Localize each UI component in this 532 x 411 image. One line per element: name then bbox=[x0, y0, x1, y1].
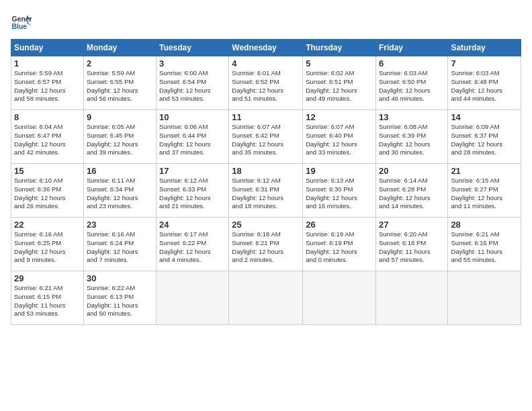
calendar-day-cell: 20Sunrise: 6:14 AMSunset: 6:28 PMDayligh… bbox=[375, 164, 447, 218]
calendar-day-cell: 13Sunrise: 6:08 AMSunset: 6:39 PMDayligh… bbox=[375, 110, 447, 164]
weekday-header: Saturday bbox=[448, 40, 521, 56]
calendar-day-cell: 17Sunrise: 6:12 AMSunset: 6:33 PMDayligh… bbox=[157, 164, 229, 218]
calendar-day-cell: 2Sunrise: 5:59 AMSunset: 6:55 PMDaylight… bbox=[83, 56, 156, 110]
day-number: 13 bbox=[379, 112, 445, 122]
calendar-day-cell: 3Sunrise: 6:00 AMSunset: 6:54 PMDaylight… bbox=[157, 56, 229, 110]
calendar-day-cell: 24Sunrise: 6:17 AMSunset: 6:22 PMDayligh… bbox=[157, 218, 229, 271]
calendar-day-cell: 19Sunrise: 6:13 AMSunset: 6:30 PMDayligh… bbox=[303, 164, 376, 218]
day-info: Sunrise: 6:19 AMSunset: 6:19 PMDaylight:… bbox=[306, 230, 373, 265]
calendar-day-cell: 9Sunrise: 6:05 AMSunset: 6:45 PMDaylight… bbox=[83, 110, 156, 164]
calendar-day-cell: 27Sunrise: 6:20 AMSunset: 6:18 PMDayligh… bbox=[375, 218, 447, 271]
day-info: Sunrise: 6:03 AMSunset: 6:50 PMDaylight:… bbox=[379, 69, 445, 103]
day-number: 1 bbox=[14, 58, 81, 68]
day-info: Sunrise: 6:13 AMSunset: 6:30 PMDaylight:… bbox=[306, 177, 373, 211]
day-number: 29 bbox=[14, 273, 81, 283]
day-number: 28 bbox=[451, 220, 518, 230]
day-info: Sunrise: 6:11 AMSunset: 6:34 PMDaylight:… bbox=[87, 177, 153, 211]
day-info: Sunrise: 6:02 AMSunset: 6:51 PMDaylight:… bbox=[306, 69, 373, 103]
day-number: 3 bbox=[159, 58, 226, 68]
day-info: Sunrise: 6:12 AMSunset: 6:33 PMDaylight:… bbox=[159, 177, 226, 211]
calendar-week-row: 29Sunrise: 6:21 AMSunset: 6:15 PMDayligh… bbox=[11, 271, 521, 325]
calendar-day-cell: 15Sunrise: 6:10 AMSunset: 6:36 PMDayligh… bbox=[11, 164, 84, 218]
day-number: 25 bbox=[232, 220, 300, 230]
day-info: Sunrise: 6:16 AMSunset: 6:24 PMDaylight:… bbox=[87, 230, 153, 265]
weekday-header: Sunday bbox=[11, 40, 84, 56]
calendar-day-cell bbox=[448, 271, 521, 325]
day-number: 23 bbox=[87, 220, 153, 230]
calendar-day-cell: 8Sunrise: 6:04 AMSunset: 6:47 PMDaylight… bbox=[11, 110, 84, 164]
calendar-week-row: 22Sunrise: 6:16 AMSunset: 6:25 PMDayligh… bbox=[11, 218, 521, 271]
day-info: Sunrise: 6:06 AMSunset: 6:44 PMDaylight:… bbox=[159, 123, 226, 157]
weekday-header: Monday bbox=[83, 40, 156, 56]
day-info: Sunrise: 6:21 AMSunset: 6:16 PMDaylight:… bbox=[451, 230, 518, 265]
logo: General Blue bbox=[11, 11, 32, 32]
day-info: Sunrise: 6:09 AMSunset: 6:37 PMDaylight:… bbox=[451, 123, 518, 157]
calendar-day-cell: 4Sunrise: 6:01 AMSunset: 6:52 PMDaylight… bbox=[229, 56, 303, 110]
weekday-header: Friday bbox=[375, 40, 447, 56]
day-info: Sunrise: 6:08 AMSunset: 6:39 PMDaylight:… bbox=[379, 123, 445, 157]
calendar-day-cell: 29Sunrise: 6:21 AMSunset: 6:15 PMDayligh… bbox=[11, 271, 84, 325]
svg-text:Blue: Blue bbox=[12, 23, 28, 30]
day-info: Sunrise: 6:00 AMSunset: 6:54 PMDaylight:… bbox=[159, 69, 226, 103]
calendar-header-row: SundayMondayTuesdayWednesdayThursdayFrid… bbox=[11, 40, 521, 56]
day-info: Sunrise: 6:04 AMSunset: 6:47 PMDaylight:… bbox=[14, 123, 81, 157]
day-number: 19 bbox=[306, 166, 373, 176]
calendar-week-row: 15Sunrise: 6:10 AMSunset: 6:36 PMDayligh… bbox=[11, 164, 521, 218]
day-info: Sunrise: 5:59 AMSunset: 6:57 PMDaylight:… bbox=[14, 69, 81, 103]
day-number: 14 bbox=[451, 112, 518, 122]
day-number: 10 bbox=[159, 112, 226, 122]
day-number: 11 bbox=[232, 112, 300, 122]
day-info: Sunrise: 6:07 AMSunset: 6:40 PMDaylight:… bbox=[306, 123, 373, 157]
calendar-day-cell: 18Sunrise: 6:12 AMSunset: 6:31 PMDayligh… bbox=[229, 164, 303, 218]
calendar-day-cell: 16Sunrise: 6:11 AMSunset: 6:34 PMDayligh… bbox=[83, 164, 156, 218]
day-info: Sunrise: 6:14 AMSunset: 6:28 PMDaylight:… bbox=[379, 177, 445, 211]
day-info: Sunrise: 6:01 AMSunset: 6:52 PMDaylight:… bbox=[232, 69, 300, 103]
day-info: Sunrise: 6:16 AMSunset: 6:25 PMDaylight:… bbox=[14, 230, 81, 265]
day-info: Sunrise: 6:22 AMSunset: 6:13 PMDaylight:… bbox=[87, 284, 153, 318]
day-number: 6 bbox=[379, 58, 445, 68]
calendar-day-cell: 28Sunrise: 6:21 AMSunset: 6:16 PMDayligh… bbox=[448, 218, 521, 271]
day-info: Sunrise: 6:15 AMSunset: 6:27 PMDaylight:… bbox=[451, 177, 518, 211]
calendar-day-cell bbox=[375, 271, 447, 325]
calendar-day-cell: 7Sunrise: 6:03 AMSunset: 6:48 PMDaylight… bbox=[448, 56, 521, 110]
day-number: 9 bbox=[87, 112, 153, 122]
calendar-day-cell bbox=[303, 271, 376, 325]
calendar-day-cell: 26Sunrise: 6:19 AMSunset: 6:19 PMDayligh… bbox=[303, 218, 376, 271]
day-info: Sunrise: 6:18 AMSunset: 6:21 PMDaylight:… bbox=[232, 230, 300, 265]
calendar-day-cell: 14Sunrise: 6:09 AMSunset: 6:37 PMDayligh… bbox=[448, 110, 521, 164]
logo-icon: General Blue bbox=[11, 11, 32, 32]
calendar-body: 1Sunrise: 5:59 AMSunset: 6:57 PMDaylight… bbox=[11, 56, 521, 325]
day-number: 5 bbox=[306, 58, 373, 68]
day-number: 30 bbox=[87, 273, 153, 283]
day-number: 4 bbox=[232, 58, 300, 68]
calendar-day-cell: 23Sunrise: 6:16 AMSunset: 6:24 PMDayligh… bbox=[83, 218, 156, 271]
calendar-day-cell bbox=[229, 271, 303, 325]
calendar-day-cell bbox=[157, 271, 229, 325]
day-number: 22 bbox=[14, 220, 81, 230]
day-number: 2 bbox=[87, 58, 153, 68]
page-header: General Blue bbox=[11, 11, 521, 32]
calendar-day-cell: 12Sunrise: 6:07 AMSunset: 6:40 PMDayligh… bbox=[303, 110, 376, 164]
day-number: 27 bbox=[379, 220, 445, 230]
day-number: 26 bbox=[306, 220, 373, 230]
day-info: Sunrise: 6:05 AMSunset: 6:45 PMDaylight:… bbox=[87, 123, 153, 157]
calendar-day-cell: 6Sunrise: 6:03 AMSunset: 6:50 PMDaylight… bbox=[375, 56, 447, 110]
calendar-day-cell: 22Sunrise: 6:16 AMSunset: 6:25 PMDayligh… bbox=[11, 218, 84, 271]
calendar-day-cell: 21Sunrise: 6:15 AMSunset: 6:27 PMDayligh… bbox=[448, 164, 521, 218]
calendar-day-cell: 25Sunrise: 6:18 AMSunset: 6:21 PMDayligh… bbox=[229, 218, 303, 271]
calendar-day-cell: 1Sunrise: 5:59 AMSunset: 6:57 PMDaylight… bbox=[11, 56, 84, 110]
calendar-day-cell: 30Sunrise: 6:22 AMSunset: 6:13 PMDayligh… bbox=[83, 271, 156, 325]
weekday-header: Thursday bbox=[303, 40, 376, 56]
calendar-week-row: 1Sunrise: 5:59 AMSunset: 6:57 PMDaylight… bbox=[11, 56, 521, 110]
weekday-header: Wednesday bbox=[229, 40, 303, 56]
day-number: 16 bbox=[87, 166, 153, 176]
day-info: Sunrise: 6:10 AMSunset: 6:36 PMDaylight:… bbox=[14, 177, 81, 211]
weekday-header: Tuesday bbox=[157, 40, 229, 56]
day-info: Sunrise: 6:20 AMSunset: 6:18 PMDaylight:… bbox=[379, 230, 445, 265]
calendar-day-cell: 11Sunrise: 6:07 AMSunset: 6:42 PMDayligh… bbox=[229, 110, 303, 164]
day-info: Sunrise: 6:12 AMSunset: 6:31 PMDaylight:… bbox=[232, 177, 300, 211]
day-info: Sunrise: 6:17 AMSunset: 6:22 PMDaylight:… bbox=[159, 230, 226, 265]
day-number: 12 bbox=[306, 112, 373, 122]
calendar-day-cell: 10Sunrise: 6:06 AMSunset: 6:44 PMDayligh… bbox=[157, 110, 229, 164]
day-number: 17 bbox=[159, 166, 226, 176]
